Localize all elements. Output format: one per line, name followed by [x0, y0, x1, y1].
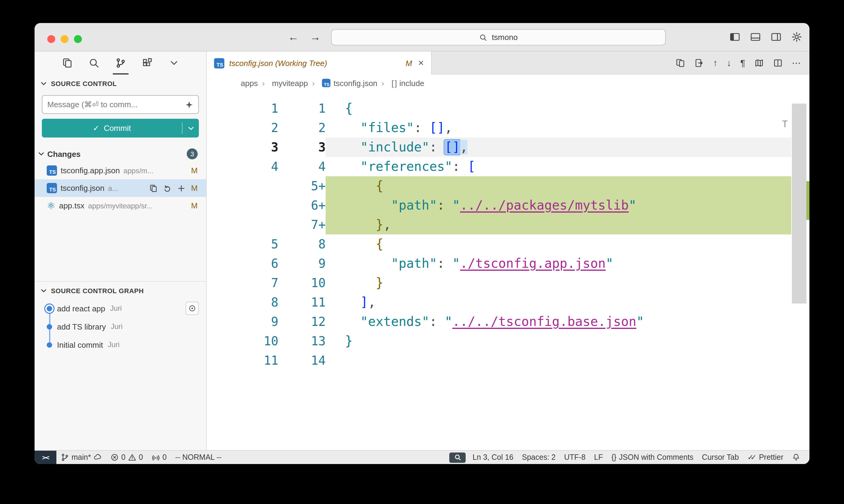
search-view-icon[interactable] [88, 52, 100, 74]
goto-commit-button[interactable] [186, 302, 199, 315]
code-line: 44 "references": [ [207, 157, 791, 176]
encoding-indicator[interactable]: UTF-8 [560, 451, 590, 464]
toggle-primary-sidebar-icon[interactable] [729, 32, 740, 42]
old-line-number [207, 196, 278, 215]
more-actions-icon[interactable]: ⋯ [792, 57, 801, 68]
diff-editor: 11{ 22 "files": [], 33 "include": [], 44… [207, 91, 809, 450]
new-line-number: 3 [278, 138, 326, 157]
chevron-down-icon [39, 79, 48, 88]
document-link[interactable]: ../../packages/mytslib [460, 198, 628, 213]
problems-indicator[interactable]: 0 0 [106, 451, 147, 464]
minimize-window-button[interactable] [61, 35, 69, 43]
eol-indicator[interactable]: LF [590, 451, 607, 464]
go-to-file-icon[interactable] [694, 58, 704, 68]
more-views-chevron-icon[interactable] [169, 52, 179, 74]
changed-file-row[interactable]: ⚛ app.tsx apps/myviteapp/sr... M [35, 197, 206, 214]
chevron-down-icon [37, 150, 46, 158]
code-line: 710 } [207, 273, 791, 293]
command-center-search[interactable]: tsmono [331, 29, 666, 46]
map-icon[interactable] [754, 58, 764, 68]
close-window-button[interactable] [47, 35, 55, 43]
commit-row[interactable]: Initial commit Juri [35, 336, 206, 354]
source-control-title: SOURCE CONTROL [51, 80, 117, 87]
vim-block-cursor: , [460, 140, 467, 155]
document-link[interactable]: ../../tsconfig.base.json [452, 314, 636, 329]
search-icon [479, 33, 487, 41]
formatter-indicator[interactable]: ✓✓ Prettier [743, 451, 788, 464]
new-line-number: 7+ [278, 215, 326, 234]
editor-scrollbar-thumb[interactable] [792, 104, 806, 304]
toggle-panel-icon[interactable] [750, 32, 761, 42]
old-line-number [207, 176, 278, 196]
tab-label: tsconfig.json (Working Tree) [229, 58, 401, 68]
whitespace-toggle-icon[interactable]: ¶ [740, 57, 745, 68]
commit-button-main[interactable]: ✓ Commit [42, 119, 182, 138]
commit-row[interactable]: add react app Juri [35, 299, 206, 318]
changes-section-header[interactable]: Changes 3 [35, 146, 206, 162]
commit-dropdown-button[interactable] [183, 119, 199, 138]
array-symbol-icon: [ ] [392, 78, 397, 88]
changed-file-row-selected[interactable]: TS tsconfig.json a... M [35, 179, 206, 197]
discard-changes-icon[interactable] [163, 184, 172, 192]
previous-change-icon[interactable]: ↑ [713, 57, 718, 68]
open-file-icon[interactable] [149, 184, 158, 192]
warnings-icon [128, 453, 136, 462]
next-change-icon[interactable]: ↓ [727, 57, 731, 68]
zoom-status-chip[interactable] [450, 452, 466, 463]
sidebar-spacer [35, 214, 206, 281]
back-icon[interactable]: ← [288, 31, 299, 43]
activity-bar [35, 52, 206, 74]
notifications-bell[interactable] [788, 451, 805, 464]
settings-gear-icon[interactable] [791, 32, 802, 42]
typescript-file-icon: TS [47, 165, 57, 176]
extensions-view-icon[interactable] [142, 52, 153, 74]
stage-changes-plus-icon[interactable] [177, 184, 186, 192]
code-line-current: 33 "include": [], [207, 138, 791, 157]
remote-indicator[interactable]: >< [35, 451, 56, 464]
breadcrumb-include[interactable]: [ ] include [377, 78, 425, 88]
cursor-tab-indicator[interactable]: Cursor Tab [697, 451, 743, 464]
commit-row[interactable]: add TS library Juri [35, 318, 206, 336]
source-control-view-icon[interactable] [115, 52, 126, 74]
zoom-window-button[interactable] [74, 35, 82, 43]
source-control-header[interactable]: SOURCE CONTROL [35, 74, 206, 93]
language-mode-indicator[interactable]: {} JSON with Comments [607, 451, 698, 464]
tab-tsconfig-working-tree[interactable]: TS tsconfig.json (Working Tree) M × [207, 52, 432, 74]
document-link[interactable]: ./tsconfig.app.json [460, 256, 605, 271]
close-tab-icon[interactable]: × [418, 58, 424, 68]
code-line-added: 7+ }, [207, 215, 791, 234]
breadcrumb-apps[interactable]: apps [241, 78, 258, 88]
editor-group: TS tsconfig.json (Working Tree) M × ↑ ↓ … [207, 52, 809, 450]
old-line-number: 10 [207, 331, 278, 351]
breadcrumb-tsconfig[interactable]: TS tsconfig.json [308, 78, 377, 88]
changes-label: Changes [47, 149, 81, 158]
sparkle-ai-icon[interactable] [185, 100, 193, 109]
new-line-number: 5+ [278, 176, 326, 196]
search-value: tsmono [492, 33, 517, 42]
commit-message-input[interactable] [47, 100, 181, 109]
modified-status: M [191, 166, 198, 175]
branch-indicator[interactable]: main* [56, 451, 106, 464]
vscode-window: ← → tsmono [35, 23, 809, 464]
source-control-graph-title: SOURCE CONTROL GRAPH [51, 287, 144, 294]
typescript-file-icon: TS [322, 79, 330, 87]
old-line-number: 7 [207, 273, 278, 293]
explorer-icon[interactable] [62, 52, 73, 74]
history-nav: ← → [288, 23, 321, 51]
new-line-number: 9 [278, 254, 326, 273]
line-col-indicator[interactable]: Ln 3, Col 16 [468, 451, 518, 464]
breadcrumb-myviteapp[interactable]: myviteapp [258, 78, 308, 88]
toggle-secondary-sidebar-icon[interactable] [771, 32, 781, 42]
commit-graph: add react app Juri add TS library Juri I… [35, 299, 206, 354]
old-line-number: 9 [207, 312, 278, 331]
double-check-icon: ✓✓ [747, 453, 756, 462]
changed-file-row[interactable]: TS tsconfig.app.json apps/m... M [35, 162, 206, 179]
forward-icon[interactable]: → [310, 31, 321, 43]
open-changes-icon[interactable] [675, 58, 685, 68]
source-control-graph-header[interactable]: SOURCE CONTROL GRAPH [35, 281, 206, 299]
new-line-number: 10 [278, 273, 326, 293]
old-line-number: 3 [207, 138, 278, 157]
split-editor-icon[interactable] [773, 58, 783, 68]
ports-indicator[interactable]: 0 [147, 451, 171, 464]
indentation-indicator[interactable]: Spaces: 2 [518, 451, 560, 464]
